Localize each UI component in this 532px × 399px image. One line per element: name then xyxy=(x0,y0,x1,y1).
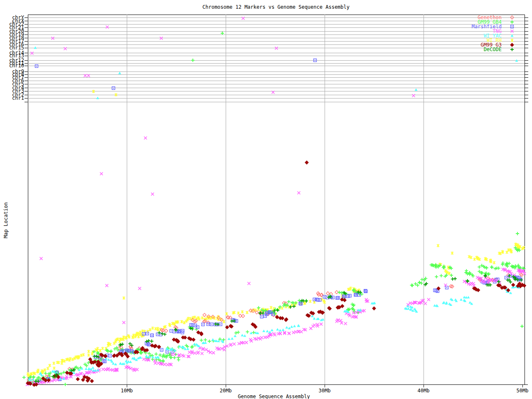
chromosome-scatter-plot: Chromosome 12 Markers vs Genome Sequence… xyxy=(0,0,532,399)
scatter-points-canvas xyxy=(0,0,532,399)
